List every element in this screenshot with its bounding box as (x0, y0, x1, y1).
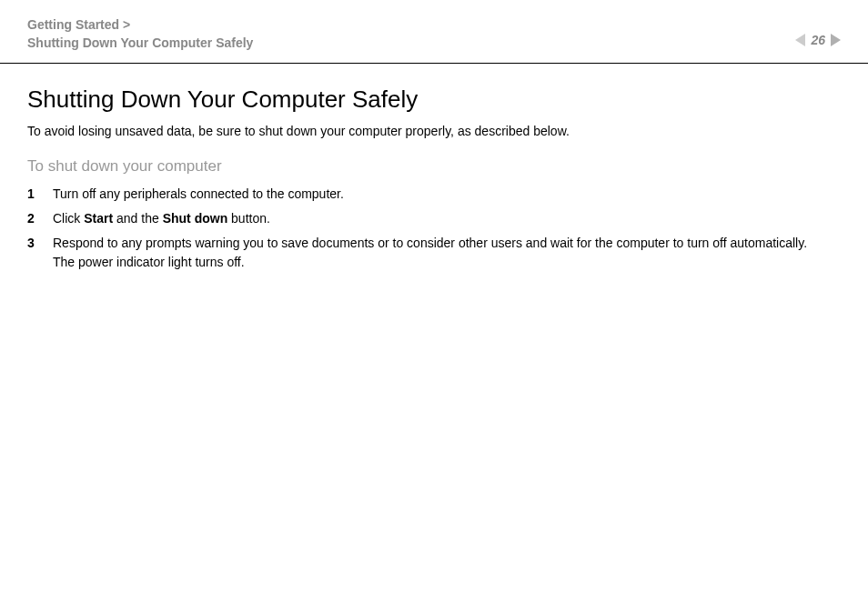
step-text: Respond to any prompts warning you to sa… (53, 234, 841, 272)
step-number: 1 (27, 185, 53, 204)
nav-prev-icon[interactable] (795, 34, 805, 46)
step-text: Click Start and the Shut down button. (53, 209, 841, 228)
nav-next-icon[interactable] (831, 34, 841, 46)
page-content: Shutting Down Your Computer Safely To av… (0, 64, 868, 299)
breadcrumb-line1: Getting Started > (27, 16, 253, 35)
step-text: Turn off any peripherals connected to th… (53, 185, 841, 204)
breadcrumb: Getting Started > Shutting Down Your Com… (27, 16, 253, 52)
step-number: 2 (27, 209, 53, 228)
steps-list: 1 Turn off any peripherals connected to … (27, 185, 841, 272)
page-number: 26 (811, 33, 825, 47)
step-number: 3 (27, 234, 53, 272)
page-title: Shutting Down Your Computer Safely (27, 85, 841, 114)
step-item: 1 Turn off any peripherals connected to … (27, 185, 841, 204)
breadcrumb-line2: Shutting Down Your Computer Safely (27, 35, 253, 53)
section-heading: To shut down your computer (27, 157, 841, 176)
intro-text: To avoid losing unsaved data, be sure to… (27, 123, 841, 141)
page-header: Getting Started > Shutting Down Your Com… (0, 0, 868, 64)
step-item: 3 Respond to any prompts warning you to … (27, 234, 841, 272)
page-nav: 26 (795, 33, 841, 47)
step-item: 2 Click Start and the Shut down button. (27, 209, 841, 228)
